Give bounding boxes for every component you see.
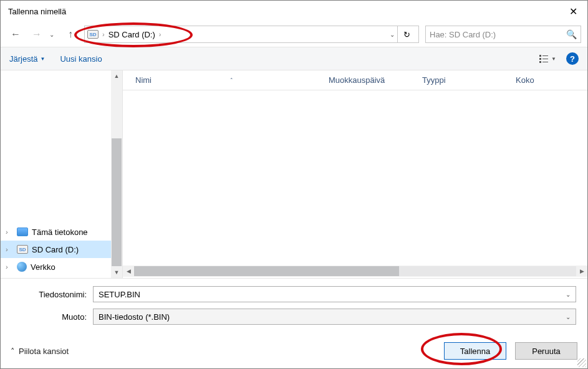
sidebar-item-network[interactable]: › Verkko [1,258,122,276]
toolbar: Järjestä ▼ Uusi kansio ▼ ? [1,47,587,70]
breadcrumb-location[interactable]: SD Card (D:) [108,30,155,39]
sd-card-icon: SD [87,30,99,39]
column-size[interactable]: Koko [516,75,578,85]
organize-label: Järjestä [9,54,38,64]
chevron-down-icon: ▼ [41,56,46,62]
filename-value: SETUP.BIN [99,290,140,299]
window-title: Tallenna nimellä [8,7,66,16]
recent-locations-button[interactable]: ⌄ [49,31,59,38]
sort-ascending-icon: ˄ [230,77,233,84]
chevron-down-icon[interactable]: ⌄ [390,31,395,38]
new-folder-label: Uusi kansio [60,54,102,64]
up-button[interactable]: ↑ [63,27,78,42]
column-modified-label: Muokkauspäivä [329,75,385,85]
scroll-left-icon[interactable]: ◀ [123,266,134,277]
svg-rect-4 [539,61,541,63]
format-label: Muoto: [12,312,93,322]
chevron-right-icon[interactable]: › [6,228,13,236]
column-type-label: Tyyppi [422,75,446,85]
forward-button[interactable]: → [28,26,46,43]
save-button-label: Tallenna [460,347,490,356]
refresh-button[interactable]: ↻ [397,26,416,42]
back-button[interactable]: ← [7,26,24,43]
file-list[interactable] [123,90,587,266]
chevron-down-icon: ⌄ [49,31,54,38]
cancel-button-label: Peruuta [532,347,561,356]
svg-rect-1 [542,55,548,56]
search-input[interactable]: Hae: SD Card (D:) 🔍 [425,26,581,43]
navbar: ← → ⌄ ↑ SD › SD Card (D:) › ⌄ ↻ Hae: SD … [1,22,587,47]
breadcrumb-separator: › [102,31,105,38]
sidebar-scrollbar[interactable]: ▲ ▼ [111,70,122,278]
column-name[interactable]: Nimi ˄ [135,75,329,85]
sidebar-item-label: SD Card (D:) [32,245,79,254]
column-headers: Nimi ˄ Muokkauspäivä Tyyppi Koko [123,70,587,90]
organize-menu[interactable]: Järjestä ▼ [9,54,45,64]
column-type[interactable]: Tyyppi [422,75,516,85]
sidebar-item-this-pc[interactable]: › Tämä tietokone [1,223,122,241]
close-button[interactable]: ✕ [559,1,587,22]
column-size-label: Koko [516,75,534,85]
svg-rect-3 [542,59,548,59]
arrow-up-icon: ↑ [68,29,73,40]
save-button[interactable]: Tallenna [444,342,506,360]
help-button[interactable]: ? [566,52,579,65]
sidebar-item-label: Verkko [31,262,55,272]
resize-grip[interactable] [577,358,586,367]
help-icon: ? [570,54,575,64]
body: › Tämä tietokone › SD SD Card (D:) › Ver… [1,70,587,278]
hide-folders-button[interactable]: ˄ Piilota kansiot [11,347,69,356]
hide-folders-label: Piilota kansiot [19,347,69,356]
file-pane: Nimi ˄ Muokkauspäivä Tyyppi Koko ◀ ▶ [123,70,587,278]
close-icon: ✕ [569,6,577,17]
scroll-right-icon[interactable]: ▶ [576,266,587,277]
chevron-right-icon[interactable]: › [6,263,13,271]
save-form: Tiedostonimi: SETUP.BIN ⌄ Muoto: BIN-tie… [1,278,587,336]
scroll-up-icon[interactable]: ▲ [111,70,122,82]
chevron-up-icon: ˄ [11,347,15,356]
sidebar-item-sd-card[interactable]: › SD SD Card (D:) [1,241,122,258]
svg-rect-5 [542,62,548,62]
list-view-icon [539,54,549,64]
arrow-right-icon: → [32,29,42,40]
new-folder-button[interactable]: Uusi kansio [60,54,102,64]
sd-card-icon: SD [17,245,28,254]
refresh-icon: ↻ [403,30,410,39]
cancel-button[interactable]: Peruuta [515,342,577,360]
titlebar: Tallenna nimellä ✕ [1,1,587,22]
search-icon: 🔍 [566,29,577,39]
filename-input[interactable]: SETUP.BIN ⌄ [93,286,576,302]
nav-tree: › Tämä tietokone › SD SD Card (D:) › Ver… [1,223,122,278]
filename-label: Tiedostonimi: [12,290,93,299]
pc-icon [17,228,28,236]
chevron-right-icon[interactable]: › [6,246,13,253]
format-value: BIN-tiedosto (*.BIN) [99,312,170,322]
column-name-label: Nimi [135,75,152,85]
svg-rect-0 [539,55,541,57]
footer: ˄ Piilota kansiot Tallenna Peruuta [1,336,587,368]
format-select[interactable]: BIN-tiedosto (*.BIN) ⌄ [93,309,576,325]
horizontal-scrollbar[interactable]: ◀ ▶ [123,266,587,277]
chevron-down-icon[interactable]: ⌄ [566,291,571,298]
address-bar[interactable]: SD › SD Card (D:) › ⌄ ↻ [84,26,419,43]
sidebar: › Tämä tietokone › SD SD Card (D:) › Ver… [1,70,123,278]
svg-rect-2 [539,58,541,60]
network-icon [17,262,27,272]
scrollbar-thumb[interactable] [112,138,122,266]
chevron-down-icon[interactable]: ⌄ [566,314,571,320]
chevron-down-icon: ▼ [551,56,556,62]
scroll-down-icon[interactable]: ▼ [111,267,122,278]
column-modified[interactable]: Muokkauspäivä [329,75,422,85]
sidebar-item-label: Tämä tietokone [32,228,88,237]
search-placeholder: Hae: SD Card (D:) [430,30,496,39]
breadcrumb-separator: › [159,31,161,38]
view-options-button[interactable]: ▼ [539,54,556,64]
arrow-left-icon: ← [11,29,21,40]
scrollbar-thumb[interactable] [134,266,399,276]
